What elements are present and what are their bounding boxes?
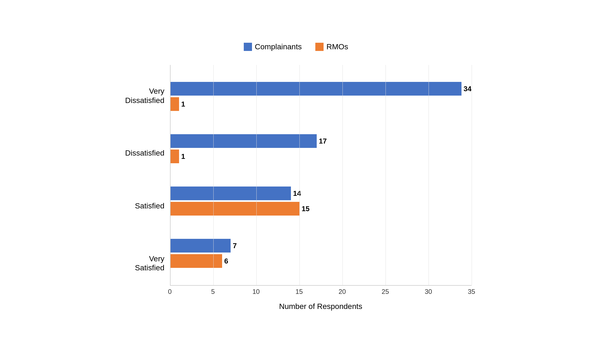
bar-rmo-value: 1: [181, 100, 185, 108]
category-group: 1415: [171, 187, 472, 216]
bar-complainant-value: 17: [319, 137, 327, 145]
legend-rmos: RMOs: [315, 42, 348, 51]
x-tick-label: 0: [168, 288, 172, 296]
legend-complainants-box: [244, 43, 252, 51]
x-tick-label: 25: [382, 288, 389, 296]
bar-complainant: [171, 187, 291, 200]
grid-line: [429, 65, 429, 285]
legend-complainants-label: Complainants: [255, 42, 302, 51]
x-axis-title: Number of Respondents: [170, 302, 472, 311]
bar-row-rmo: 15: [171, 202, 472, 216]
y-axis-label: Dissatisfied: [121, 148, 170, 158]
grid-line: [213, 65, 214, 285]
x-tick-label: 20: [339, 288, 346, 296]
legend-complainants: Complainants: [244, 42, 302, 51]
category-group: 76: [171, 239, 472, 268]
bar-complainant-value: 34: [464, 85, 472, 93]
bar-row-complainant: 14: [171, 187, 472, 200]
bar-complainant-value: 14: [293, 189, 301, 198]
bar-rmo: [171, 97, 179, 111]
bar-rmo: [171, 202, 300, 216]
bar-complainant: [171, 239, 231, 253]
x-tick-label: 5: [211, 288, 215, 296]
y-axis-label: Very Satisfied: [121, 254, 170, 273]
bars-container: 341171141576: [171, 65, 472, 285]
category-group: 171: [171, 134, 472, 163]
bar-complainant: [171, 82, 461, 96]
grid-line: [386, 65, 386, 285]
bar-rmo-value: 6: [224, 257, 228, 265]
bar-row-rmo: 1: [171, 97, 472, 111]
category-group: 341: [171, 82, 472, 111]
chart-container: Complainants RMOs VeryDissatisfiedDissat…: [104, 31, 488, 333]
chart-area: VeryDissatisfiedDissatisfiedSatisfiedVer…: [121, 65, 472, 311]
x-tick-label: 35: [468, 288, 475, 296]
legend-rmos-label: RMOs: [326, 42, 348, 51]
bar-rmo: [171, 150, 179, 163]
bar-rmo-value: 15: [302, 205, 310, 213]
legend-rmos-box: [315, 43, 324, 51]
bar-row-complainant: 34: [171, 82, 472, 96]
grid-line: [342, 65, 343, 285]
grid-and-bars: 341171141576: [170, 65, 472, 286]
x-tick-label: 15: [296, 288, 303, 296]
bar-row-complainant: 7: [171, 239, 472, 253]
y-axis-label: VeryDissatisfied: [121, 87, 170, 105]
bar-complainant-value: 7: [233, 242, 237, 250]
plot-area: 341171141576 05101520253035 Number of Re…: [170, 65, 472, 311]
chart-legend: Complainants RMOs: [121, 42, 472, 51]
grid-line: [299, 65, 300, 285]
grid-line: [472, 65, 472, 285]
bar-row-complainant: 17: [171, 134, 472, 148]
grid-line: [256, 65, 257, 285]
bar-rmo: [171, 254, 222, 268]
y-axis-labels: VeryDissatisfiedDissatisfiedSatisfiedVer…: [121, 65, 170, 311]
x-tick-label: 30: [425, 288, 432, 296]
bar-row-rmo: 1: [171, 150, 472, 163]
bar-rmo-value: 1: [181, 152, 185, 161]
bar-complainant: [171, 134, 317, 148]
x-axis-labels: 05101520253035: [170, 288, 472, 299]
y-axis-label: Satisfied: [121, 201, 170, 211]
x-tick-label: 10: [252, 288, 260, 296]
bar-row-rmo: 6: [171, 254, 472, 268]
